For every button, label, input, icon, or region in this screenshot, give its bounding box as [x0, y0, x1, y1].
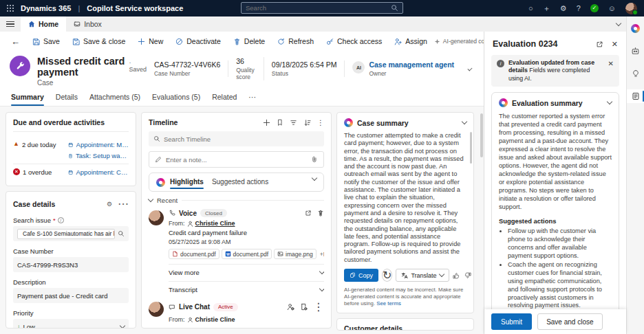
- tab-summary[interactable]: Summary: [11, 93, 44, 106]
- compliance-check-icon[interactable]: ✓: [590, 4, 599, 12]
- priority-select[interactable]: ↓ Low: [13, 319, 129, 329]
- summary-scrollbar[interactable]: [470, 132, 472, 164]
- suggested-actions-tab[interactable]: Suggested actions: [212, 178, 268, 191]
- tab-overflow-chevron-icon[interactable]: [616, 20, 621, 25]
- chevron-down-icon[interactable]: [607, 99, 612, 104]
- translate-button[interactable]: Translate: [396, 269, 449, 282]
- activity-link-appointment-overdue[interactable]: Appointment: Call with...: [68, 168, 129, 176]
- feedback-smiley-icon[interactable]: ☺: [608, 5, 616, 12]
- timeline-search-input[interactable]: [164, 135, 319, 143]
- activity-link-task[interactable]: Task: Setup warranty ac...: [68, 152, 129, 159]
- highlights-tab[interactable]: Highlights: [170, 178, 204, 191]
- sparkle-icon: [434, 38, 440, 45]
- search-issue-tag[interactable]: Cafe S-100 Semiautomatic has air bu ✕: [17, 229, 115, 239]
- calendar-icon: [68, 169, 73, 176]
- form-settings-icon[interactable]: [300, 303, 308, 311]
- case-form-region: ← Save Save & close New Deactivate Delet…: [0, 32, 484, 334]
- chevron-down-icon[interactable]: [312, 175, 317, 181]
- tab-related[interactable]: Related: [212, 93, 237, 106]
- attachment-overflow-count[interactable]: +N: [320, 251, 324, 258]
- delete-button[interactable]: Delete: [228, 34, 270, 49]
- view-more-toggle[interactable]: View more: [169, 264, 324, 276]
- image-file-icon: [277, 251, 283, 257]
- person-settings-icon[interactable]: [287, 303, 294, 311]
- global-search[interactable]: [241, 2, 403, 14]
- note-input[interactable]: [166, 156, 307, 164]
- chevron-down-icon: [148, 197, 153, 202]
- regenerate-button[interactable]: ↻: [382, 269, 392, 282]
- chevron-down-icon[interactable]: [462, 119, 467, 124]
- thumbs-down-icon[interactable]: [464, 272, 471, 279]
- global-search-input[interactable]: [246, 4, 391, 12]
- filter-icon[interactable]: [290, 119, 297, 126]
- activity-link-appointment[interactable]: Appointment: Meeting...: [68, 141, 129, 148]
- evaluation-form-icon[interactable]: [627, 89, 644, 103]
- save-and-close-button[interactable]: Save and close: [537, 313, 602, 330]
- main-scrollbar[interactable]: [480, 113, 483, 157]
- attachment-chip-image[interactable]: image.png: [274, 249, 316, 259]
- bookmark-icon[interactable]: [277, 119, 283, 126]
- back-button[interactable]: ←: [6, 36, 25, 47]
- agents-icon[interactable]: [627, 44, 644, 58]
- copy-icon: [350, 272, 356, 278]
- session-tab-inbox[interactable]: Inbox: [66, 16, 109, 32]
- timeline-more-button[interactable]: ⋮: [317, 119, 324, 126]
- save-button[interactable]: Save: [27, 34, 65, 49]
- tab-attachments[interactable]: Attachments (5): [89, 93, 140, 106]
- contact-link[interactable]: Christie Cline: [195, 220, 235, 227]
- case-number-value[interactable]: CAS-47999-R9S3N3: [13, 257, 129, 272]
- paperclip-icon[interactable]: [311, 156, 318, 163]
- user-avatar[interactable]: [625, 3, 637, 14]
- delete-icon[interactable]: [317, 210, 324, 216]
- new-button[interactable]: New: [132, 34, 169, 49]
- submit-button[interactable]: Submit: [491, 313, 532, 330]
- timeline-search[interactable]: [149, 131, 324, 146]
- settings-gear-icon[interactable]: ⚙: [560, 5, 567, 12]
- contact-link[interactable]: Christie Cline: [195, 316, 235, 322]
- check-access-button[interactable]: Check access: [321, 34, 387, 49]
- entry-date: 05/27/2025 at 9:08 AM: [169, 238, 324, 245]
- refresh-button[interactable]: Refresh: [272, 34, 319, 49]
- session-tab-home[interactable]: Home: [21, 16, 66, 32]
- note-input-row[interactable]: [149, 151, 324, 168]
- save-and-close-button[interactable]: Save & close: [67, 34, 131, 49]
- calendar-icon: [68, 142, 74, 148]
- popout-icon[interactable]: [596, 41, 603, 48]
- description-value[interactable]: Payment past due - Credit card: [13, 288, 129, 303]
- copy-button[interactable]: Copy: [344, 269, 378, 282]
- copilot-rail-icon[interactable]: [627, 21, 644, 35]
- help-icon[interactable]: ?: [577, 5, 581, 12]
- voice-phone-icon: [169, 210, 175, 216]
- deactivate-button[interactable]: Deactivate: [170, 34, 226, 49]
- inbox-icon: [74, 21, 80, 27]
- lightbulb-icon[interactable]: [627, 67, 644, 80]
- add-record-icon[interactable]: [263, 119, 270, 126]
- app-launcher-icon[interactable]: [7, 5, 14, 12]
- assign-button[interactable]: Assign: [389, 34, 433, 49]
- transcript-toggle[interactable]: Transcript: [169, 281, 324, 293]
- attachment-chip-pdf[interactable]: document.pdf: [169, 249, 219, 259]
- chat-icon: [169, 304, 175, 311]
- attachment-chip-doc[interactable]: W document.pdf: [222, 249, 272, 259]
- lookup-search-icon[interactable]: [118, 230, 125, 237]
- thumbs-up-icon[interactable]: [453, 272, 460, 279]
- entry-more-button[interactable]: ⋮: [313, 300, 324, 313]
- sort-icon[interactable]: [303, 119, 311, 126]
- add-icon[interactable]: ＋: [543, 5, 550, 12]
- recent-section-toggle[interactable]: Recent: [149, 197, 324, 204]
- open-record-icon[interactable]: [305, 210, 312, 216]
- form-settings-icon[interactable]: ⚙: [107, 201, 112, 208]
- owner-link[interactable]: Case management agent: [369, 60, 454, 69]
- dismiss-banner-icon[interactable]: ✕: [608, 59, 614, 68]
- tab-overflow-button[interactable]: ⋯: [248, 93, 256, 106]
- tab-evaluations[interactable]: Evaluations (5): [152, 93, 200, 106]
- header-expand-chevron-icon[interactable]: [468, 67, 473, 71]
- search-issue-control[interactable]: Cafe S-100 Semiautomatic has air bu ✕: [13, 226, 129, 241]
- case-details-more-button[interactable]: ⋯: [118, 197, 129, 210]
- tab-details[interactable]: Details: [56, 93, 78, 106]
- close-panel-icon[interactable]: ✕: [612, 40, 618, 49]
- see-terms-link[interactable]: See terms: [376, 300, 401, 307]
- info-icon[interactable]: i: [58, 217, 64, 223]
- site-map-menu-icon[interactable]: [6, 19, 14, 28]
- presence-circle-icon[interactable]: ○: [528, 5, 533, 12]
